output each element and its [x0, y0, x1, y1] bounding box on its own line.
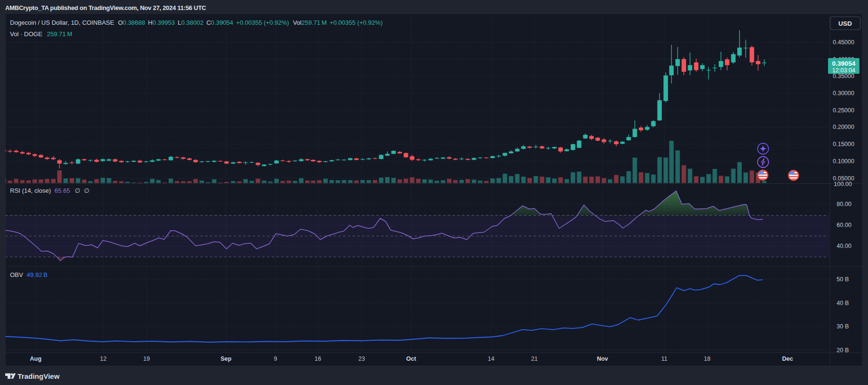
svg-text:RSI (14, close) 65.65∅∅: RSI (14, close) 65.65∅∅ — [10, 187, 89, 194]
svg-text:Nov: Nov — [597, 355, 608, 362]
svg-text:60.00: 60.00 — [837, 222, 851, 228]
svg-text:Vol · DOGE 259.71 M: Vol · DOGE 259.71 M — [10, 30, 72, 38]
svg-text:OBV 49.92 B: OBV 49.92 B — [10, 271, 48, 278]
svg-text:16: 16 — [315, 355, 321, 362]
svg-text:0.10000: 0.10000 — [833, 158, 854, 165]
svg-text:14: 14 — [488, 355, 494, 362]
svg-text:11: 11 — [661, 355, 668, 362]
svg-text:40.00: 40.00 — [837, 243, 851, 249]
svg-text:TradingView: TradingView — [18, 372, 59, 380]
svg-text:21: 21 — [531, 355, 538, 362]
svg-text:Sep: Sep — [221, 355, 232, 362]
svg-text:0.30000: 0.30000 — [833, 90, 854, 97]
svg-text:18: 18 — [704, 355, 710, 362]
svg-text:80.00: 80.00 — [837, 201, 851, 207]
svg-text:0.35000: 0.35000 — [833, 73, 854, 79]
svg-text:Dec: Dec — [782, 355, 793, 362]
svg-text:Oct: Oct — [406, 355, 417, 362]
svg-text:30 B: 30 B — [837, 323, 849, 330]
svg-text:12:03:04: 12:03:04 — [832, 67, 856, 74]
svg-text:20 B: 20 B — [837, 347, 849, 354]
svg-text:AMBCrypto_TA published on Trad: AMBCrypto_TA published on TradingView.co… — [5, 4, 207, 11]
svg-text:Aug: Aug — [30, 355, 41, 362]
svg-text:12: 12 — [100, 355, 107, 362]
svg-text:0.25000: 0.25000 — [833, 107, 854, 114]
svg-text:USD: USD — [838, 20, 852, 27]
svg-text:50 B: 50 B — [837, 276, 849, 283]
svg-text:9: 9 — [274, 355, 277, 362]
svg-text:100.00: 100.00 — [834, 181, 852, 188]
svg-text:Dogecoin / US Dollar, 1D, COIN: Dogecoin / US Dollar, 1D, COINBASEO0.386… — [10, 19, 383, 26]
svg-text:0.45000: 0.45000 — [833, 39, 854, 46]
svg-text:40 B: 40 B — [837, 300, 849, 306]
svg-text:0.20000: 0.20000 — [833, 124, 854, 130]
svg-text:19: 19 — [143, 355, 150, 362]
svg-text:0.39054: 0.39054 — [832, 60, 856, 67]
svg-text:23: 23 — [358, 355, 365, 362]
svg-text:0.15000: 0.15000 — [833, 141, 854, 148]
